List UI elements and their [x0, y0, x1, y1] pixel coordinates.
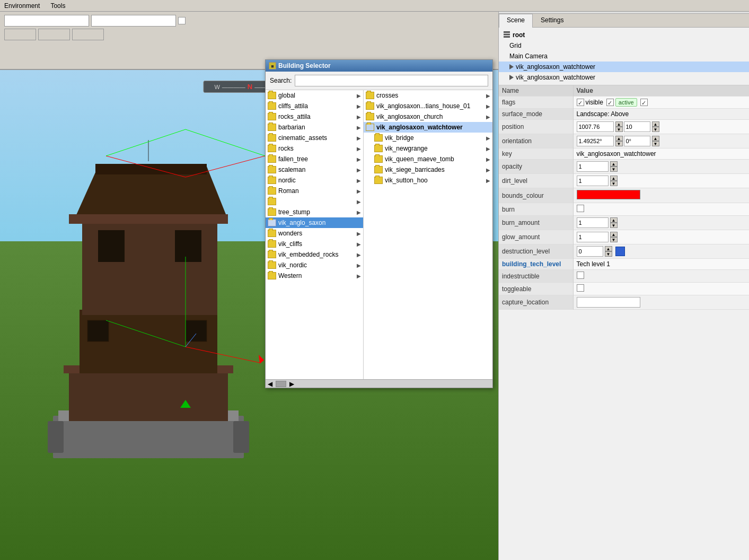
scroll-right-btn[interactable]: ▶ — [287, 380, 296, 388]
list-item[interactable]: vik_sutton_hoo ▶ — [364, 175, 492, 186]
spin-down-icon[interactable]: ▼ — [610, 223, 618, 228]
spin-up-icon[interactable]: ▲ — [605, 246, 612, 251]
dirt-level-input[interactable] — [577, 176, 609, 186]
list-item[interactable]: Roman ▶ — [266, 186, 363, 196]
burn-amount-spinner[interactable]: ▲ ▼ — [610, 217, 618, 228]
scene-item-grid[interactable]: Grid — [499, 40, 749, 51]
spin-up-icon[interactable]: ▲ — [615, 121, 623, 127]
list-item[interactable]: vik_newgrange ▶ — [364, 143, 492, 154]
flag-active[interactable]: active — [606, 98, 637, 107]
svg-line-23 — [186, 129, 265, 156]
list-item[interactable]: vik_cliffs ▶ — [266, 239, 363, 249]
panel-scrollbar[interactable]: ◀ ▶ — [266, 379, 492, 388]
scene-item-root[interactable]: root — [499, 30, 749, 40]
toolbar-input-1[interactable] — [4, 15, 89, 27]
list-item-watchtower[interactable]: vik_anglosaxon_watchtower — [364, 122, 492, 133]
toggleable-checkbox[interactable] — [577, 284, 584, 292]
opacity-spinner[interactable]: ▲ ▼ — [610, 161, 618, 172]
scrollbar-thumb[interactable] — [276, 381, 286, 387]
scene-item-camera[interactable]: Main Camera — [499, 51, 749, 62]
spin-down-icon[interactable]: ▼ — [615, 127, 623, 132]
indestructible-checkbox[interactable] — [577, 272, 584, 279]
spin-up-icon[interactable]: ▲ — [610, 232, 618, 237]
list-item[interactable]: cliffs_attila ▶ — [266, 101, 363, 111]
list-item[interactable]: tree_stump ▶ — [266, 207, 363, 217]
folder-icon — [268, 198, 276, 205]
chevron-right-icon: ▶ — [486, 135, 490, 141]
position-x-spinner[interactable]: ▲ ▼ — [615, 121, 623, 132]
active-checkbox[interactable] — [606, 99, 614, 106]
list-item[interactable]: vik_embedded_rocks ▶ — [266, 249, 363, 260]
spin-up-icon[interactable]: ▲ — [610, 161, 618, 167]
list-item[interactable]: fallen_tree ▶ — [266, 154, 363, 164]
capture-location-input[interactable] — [577, 297, 640, 308]
right-column[interactable]: crosses ▶ vik_anglosaxon...tians_house_0… — [364, 90, 492, 379]
spin-down-icon[interactable]: ▼ — [605, 251, 612, 257]
spin-down-icon[interactable]: ▼ — [610, 181, 618, 186]
search-label: Search: — [270, 77, 292, 84]
list-item[interactable]: vik_nordic ▶ — [266, 260, 363, 270]
list-item[interactable]: crosses ▶ — [364, 90, 492, 101]
glow-amount-input[interactable] — [577, 232, 609, 242]
toolbar-btn-3[interactable] — [72, 29, 104, 40]
scene-item-watchtower-1[interactable]: vik_anglosaxon_watchtower — [499, 62, 749, 72]
list-item[interactable]: rocks_attila ▶ — [266, 111, 363, 122]
list-item[interactable]: vik_bridge ▶ — [364, 133, 492, 143]
tab-settings[interactable]: Settings — [533, 14, 571, 27]
menu-environment[interactable]: Environment — [2, 2, 42, 10]
toolbar-btn-2[interactable] — [38, 29, 70, 40]
destruction-level-spinner[interactable]: ▲ ▼ — [605, 246, 612, 257]
left-column[interactable]: global ▶ cliffs_attila ▶ rocks_attila ▶ … — [266, 90, 364, 379]
list-item[interactable]: scaleman ▶ — [266, 164, 363, 175]
list-item-vik-anglo-saxon[interactable]: vik_anglo_saxon — [266, 217, 363, 228]
position-y-input[interactable] — [624, 121, 650, 132]
list-item[interactable]: vik_anglosaxon_church ▶ — [364, 111, 492, 122]
flag-visible[interactable]: visible — [577, 99, 603, 106]
spin-up-icon[interactable]: ▲ — [652, 121, 659, 127]
position-x-input[interactable] — [577, 121, 614, 132]
spin-up-icon[interactable]: ▲ — [610, 217, 618, 223]
spin-up-icon[interactable]: ▲ — [610, 176, 618, 181]
list-item[interactable]: Western ▶ — [266, 270, 363, 281]
spin-up-icon[interactable]: ▲ — [615, 136, 623, 141]
menu-tools[interactable]: Tools — [48, 2, 67, 10]
orientation-y-input[interactable] — [624, 136, 650, 146]
burn-amount-input[interactable] — [577, 217, 609, 228]
visible-checkbox[interactable] — [577, 99, 584, 106]
spin-up-icon[interactable]: ▲ — [652, 136, 659, 141]
scroll-left-btn[interactable]: ◀ — [266, 380, 275, 388]
tab-scene[interactable]: Scene — [499, 14, 533, 28]
list-item[interactable]: vik_anglosaxon...tians_house_01 ▶ — [364, 101, 492, 111]
scene-item-watchtower-2[interactable]: vik_anglosaxon_watchtower — [499, 72, 749, 83]
spin-down-icon[interactable]: ▼ — [615, 141, 623, 146]
list-item[interactable]: cinematic_assets ▶ — [266, 133, 363, 143]
orientation-x-spinner[interactable]: ▲ ▼ — [615, 136, 623, 146]
spin-down-icon[interactable]: ▼ — [610, 237, 618, 242]
search-input[interactable] — [295, 75, 488, 86]
position-y-spinner[interactable]: ▲ ▼ — [652, 121, 659, 132]
orientation-x-input[interactable] — [577, 136, 614, 146]
list-item[interactable]: nordic ▶ — [266, 175, 363, 186]
list-item[interactable]: vik_siege_barricades ▶ — [364, 164, 492, 175]
glow-amount-spinner[interactable]: ▲ ▼ — [610, 232, 618, 242]
dirt-level-spinner[interactable]: ▲ ▼ — [610, 176, 618, 186]
list-item[interactable]: wonders ▶ — [266, 228, 363, 239]
orientation-y-spinner[interactable]: ▲ ▼ — [652, 136, 659, 146]
spin-down-icon[interactable]: ▼ — [610, 167, 618, 172]
extra-checkbox[interactable] — [640, 99, 648, 106]
spin-down-icon[interactable]: ▼ — [652, 127, 659, 132]
toolbar-btn-1[interactable] — [4, 29, 36, 40]
list-item[interactable]: barbarian ▶ — [266, 122, 363, 133]
burn-checkbox[interactable] — [577, 205, 584, 212]
opacity-input[interactable] — [577, 161, 609, 172]
toolbar-input-2[interactable] — [91, 15, 176, 27]
list-item[interactable]: global ▶ — [266, 90, 363, 101]
list-item[interactable]: ▶ — [266, 196, 363, 207]
toolbar-checkbox[interactable] — [178, 17, 186, 24]
bounds-colour-swatch[interactable] — [577, 190, 640, 199]
list-item[interactable]: vik_queen_maeve_tomb ▶ — [364, 154, 492, 164]
prop-name-flags: flags — [499, 97, 573, 109]
destruction-level-input[interactable] — [577, 246, 603, 257]
list-item[interactable]: rocks ▶ — [266, 143, 363, 154]
spin-down-icon[interactable]: ▼ — [652, 141, 659, 146]
